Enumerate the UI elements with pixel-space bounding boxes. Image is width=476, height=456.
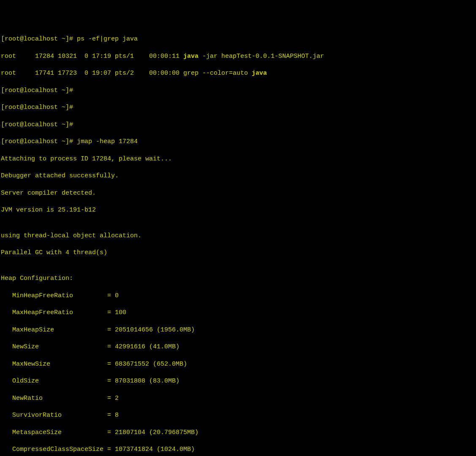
terminal-line: using thread-local object allocation. [1,232,475,240]
heap-config-item: MaxNewSize = 683671552 (652.0MB) [1,360,475,369]
heap-config-item: MetaspaceSize = 21807104 (20.796875MB) [1,429,475,437]
terminal-line: JVM version is 25.191-b12 [1,206,475,214]
ps-output-prefix: root 17741 17723 0 19:07 pts/2 00:00:00 … [1,70,252,77]
heap-config-item: CompressedClassSpaceSize = 1073741824 (1… [1,445,475,454]
heap-config-item: OldSize = 87031808 (83.0MB) [1,377,475,385]
terminal-prompt[interactable]: [root@localhost ~]# [1,87,475,95]
terminal-prompt[interactable]: [root@localhost ~]# [1,121,475,129]
terminal-line: root 17284 10321 0 17:19 pts/1 00:00:11 … [1,52,475,61]
heap-config-item: MaxHeapSize = 2051014656 (1956.0MB) [1,326,475,334]
heap-config-header: Heap Configuration: [1,274,475,283]
heap-config-item: NewSize = 42991616 (41.0MB) [1,343,475,351]
ps-output-suffix: -jar heapTest-0.0.1-SNAPSHOT.jar [199,53,324,60]
terminal-line: root 17741 17723 0 19:07 pts/2 00:00:00 … [1,69,475,78]
heap-config-item: MaxHeapFreeRatio = 100 [1,309,475,317]
terminal-prompt[interactable]: [root@localhost ~]# [1,103,475,112]
ps-output-prefix: root 17284 10321 0 17:19 pts/1 00:00:11 [1,53,183,60]
terminal-line: Parallel GC with 4 thread(s) [1,249,475,257]
terminal-line: Debugger attached successfully. [1,172,475,180]
heap-config-item: NewRatio = 2 [1,394,475,403]
heap-config-item: MinHeapFreeRatio = 0 [1,292,475,300]
terminal-line: Attaching to process ID 17284, please wa… [1,155,475,163]
terminal-line: Server compiler detected. [1,189,475,198]
terminal-line: [root@localhost ~]# jmap -heap 17284 [1,138,475,146]
match-java: java [183,53,199,60]
terminal-line: [root@localhost ~]# ps -ef|grep java [1,35,475,43]
heap-config-item: SurvivorRatio = 8 [1,411,475,420]
match-java: java [252,70,267,77]
